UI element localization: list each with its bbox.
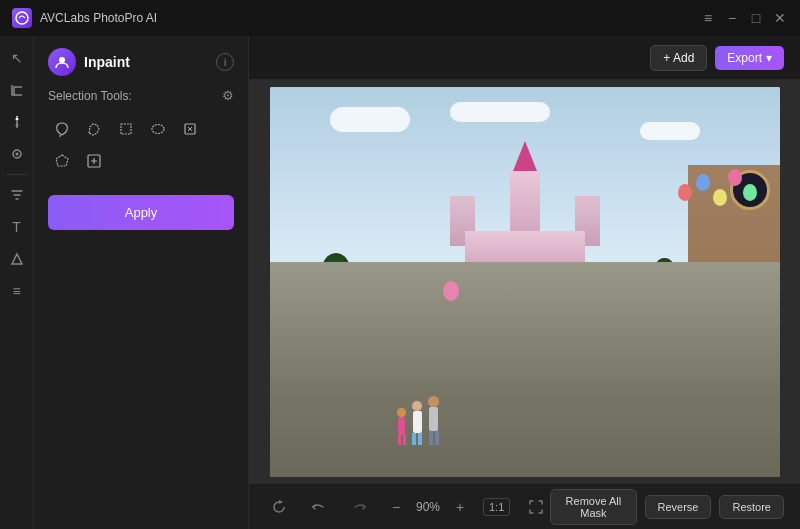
filter-icon[interactable] [3,181,31,209]
maximize-icon[interactable]: □ [748,10,764,26]
selection-tools-row: Selection Tools: ⚙ [34,84,248,111]
add-button[interactable]: + Add [650,45,707,71]
undo-icon[interactable] [305,493,333,521]
redo-icon[interactable] [345,493,373,521]
panel-title: Inpaint [84,54,130,70]
user-avatar [48,48,76,76]
refresh-icon[interactable] [265,493,293,521]
magic-wand-tool[interactable] [176,115,204,143]
polygon-select-tool[interactable] [48,147,76,175]
minimize-icon[interactable]: − [724,10,740,26]
retouch-icon[interactable] [3,140,31,168]
adjust-icon[interactable] [3,108,31,136]
reverse-button[interactable]: Reverse [645,495,712,519]
app-title: AVCLabs PhotoPro AI [40,11,157,25]
zoom-controls: − 90% + [385,496,471,518]
remove-all-mask-button[interactable]: Remove All Mask [550,489,636,525]
crop-icon[interactable] [3,76,31,104]
svg-marker-7 [12,254,22,264]
gear-icon[interactable]: ⚙ [222,88,234,103]
content-area: + Add Export ▾ [249,36,800,529]
bottom-controls-left: − 90% + 1:1 [265,493,550,521]
menu-icon[interactable]: ≡ [700,10,716,26]
selection-tools-label: Selection Tools: [48,89,132,103]
app-icon [12,8,32,28]
cursor-icon[interactable]: ↖ [3,44,31,72]
shape-icon[interactable] [3,245,31,273]
svg-point-8 [59,57,65,63]
titlebar-left: AVCLabs PhotoPro AI [12,8,157,28]
apply-button[interactable]: Apply [48,195,234,230]
canvas-area[interactable] [249,80,800,483]
svg-marker-12 [56,155,68,166]
expand-select-tool[interactable] [80,147,108,175]
fit-screen-icon[interactable] [522,493,550,521]
svg-point-0 [16,12,28,24]
zoom-out-button[interactable]: − [385,496,407,518]
svg-point-10 [152,125,164,134]
side-panel-title-row: Inpaint [48,48,130,76]
titlebar: AVCLabs PhotoPro AI ≡ − □ ✕ [0,0,800,36]
rect-select-tool[interactable] [112,115,140,143]
bottom-bar: − 90% + 1:1 Remove All Mask Reverse Rest… [249,483,800,529]
svg-rect-9 [121,124,131,134]
info-icon[interactable]: i [216,53,234,71]
svg-point-1 [15,118,18,121]
zoom-in-button[interactable]: + [449,496,471,518]
image-container [270,87,780,477]
layers-icon[interactable]: ≡ [3,277,31,305]
main-layout: ↖ T [0,36,800,529]
ratio-button[interactable]: 1:1 [483,498,510,516]
close-icon[interactable]: ✕ [772,10,788,26]
bottom-controls-right: Remove All Mask Reverse Restore [550,489,784,525]
left-toolbar: ↖ T [0,36,34,529]
titlebar-controls: ≡ − □ ✕ [700,10,788,26]
side-panel-header: Inpaint i [34,36,248,84]
export-button[interactable]: Export ▾ [715,46,784,70]
zoom-value: 90% [413,500,443,514]
tools-grid [34,111,248,187]
chevron-down-icon: ▾ [766,51,772,65]
top-bar: + Add Export ▾ [249,36,800,80]
lasso-tool[interactable] [48,115,76,143]
ellipse-select-tool[interactable] [144,115,172,143]
svg-point-6 [15,153,18,156]
photo-display [270,87,780,477]
text-icon[interactable]: T [3,213,31,241]
free-select-tool[interactable] [80,115,108,143]
side-panel: Inpaint i Selection Tools: ⚙ [34,36,249,529]
toolbar-divider [7,174,27,175]
restore-button[interactable]: Restore [719,495,784,519]
